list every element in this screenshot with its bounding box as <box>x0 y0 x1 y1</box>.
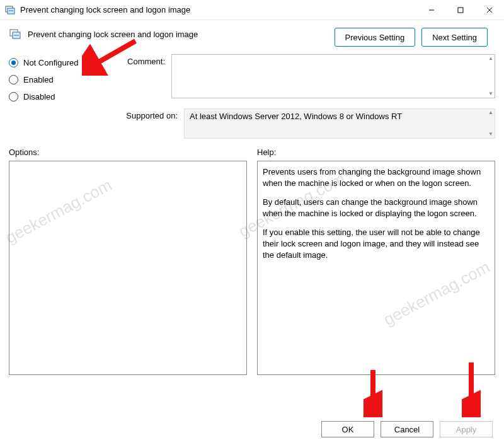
chevron-up-icon: ▲ <box>488 56 493 61</box>
header-left: Prevent changing lock screen and logon i… <box>9 28 198 40</box>
minimize-button[interactable] <box>417 0 446 20</box>
supported-field: Supported on: At least Windows Server 20… <box>117 108 495 139</box>
radio-indicator <box>9 75 18 84</box>
comment-input[interactable]: ▲ ▼ <box>171 54 495 98</box>
titlebar: Prevent changing lock screen and logon i… <box>0 0 504 20</box>
options-panel: Options: <box>9 147 247 375</box>
help-panel: Help: Prevents users from changing the b… <box>257 147 495 375</box>
help-paragraph: Prevents users from changing the backgro… <box>263 166 490 189</box>
header: Prevent changing lock screen and logon i… <box>0 20 504 50</box>
svg-rect-2 <box>458 8 463 13</box>
policy-title: Prevent changing lock screen and logon i… <box>28 30 198 39</box>
supported-value: At least Windows Server 2012, Windows 8 … <box>190 112 402 121</box>
comment-label: Comment: <box>117 57 168 66</box>
radio-label: Enabled <box>23 75 54 84</box>
footer-buttons: OK Cancel Apply <box>321 421 493 437</box>
state-radios: Not Configured Enabled Disabled <box>9 58 110 139</box>
radio-indicator <box>9 92 18 101</box>
help-box: Prevents users from changing the backgro… <box>257 161 495 375</box>
scrollbar[interactable]: ▲ ▼ <box>488 56 493 96</box>
radio-not-configured[interactable]: Not Configured <box>9 58 110 67</box>
policy-icon <box>9 28 21 40</box>
chevron-down-icon: ▼ <box>488 132 493 137</box>
panels: Options: Help: Prevents users from chang… <box>0 145 504 375</box>
titlebar-left: Prevent changing lock screen and logon i… <box>5 5 190 15</box>
cancel-button[interactable]: Cancel <box>381 421 433 437</box>
chevron-down-icon: ▼ <box>488 91 493 96</box>
radio-disabled[interactable]: Disabled <box>9 92 110 101</box>
options-box <box>9 161 247 375</box>
close-button[interactable] <box>475 0 504 20</box>
scrollbar: ▲ ▼ <box>488 110 493 137</box>
config-area: Not Configured Enabled Disabled Comment:… <box>0 50 504 145</box>
supported-label: Supported on: <box>117 111 180 120</box>
options-label: Options: <box>9 147 247 157</box>
window-controls <box>417 0 504 20</box>
app-icon <box>5 5 15 15</box>
next-setting-button[interactable]: Next Setting <box>421 28 488 47</box>
ok-button[interactable]: OK <box>321 421 374 437</box>
help-label: Help: <box>257 147 495 157</box>
supported-value-box: At least Windows Server 2012, Windows 8 … <box>184 108 495 139</box>
radio-label: Disabled <box>23 92 55 101</box>
help-paragraph: By default, users can change the backgro… <box>263 197 490 219</box>
previous-setting-button[interactable]: Previous Setting <box>335 28 416 47</box>
radio-indicator <box>9 58 18 67</box>
help-paragraph: If you enable this setting, the user wil… <box>263 227 490 261</box>
radio-enabled[interactable]: Enabled <box>9 75 110 84</box>
radio-label: Not Configured <box>23 58 78 67</box>
window-title: Prevent changing lock screen and logon i… <box>20 5 190 14</box>
chevron-up-icon: ▲ <box>488 110 493 115</box>
apply-button[interactable]: Apply <box>440 421 493 437</box>
field-column: Comment: ▲ ▼ Supported on: At least Wind… <box>117 54 495 139</box>
comment-field: Comment: ▲ ▼ <box>117 54 495 98</box>
maximize-button[interactable] <box>446 0 475 20</box>
nav-buttons: Previous Setting Next Setting <box>335 28 488 47</box>
